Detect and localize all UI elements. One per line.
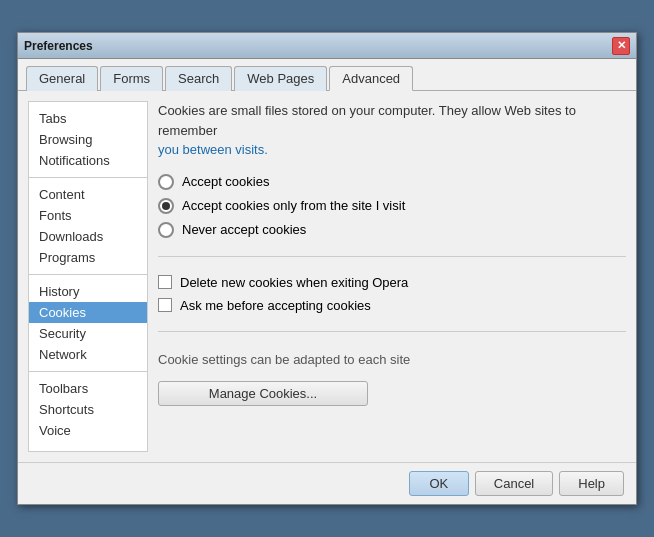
sidebar-item-history[interactable]: History [29, 281, 147, 302]
sidebar-item-network[interactable]: Network [29, 344, 147, 365]
tab-advanced[interactable]: Advanced [329, 66, 413, 91]
sidebar-item-voice[interactable]: Voice [29, 420, 147, 441]
sidebar-section-2: Content Fonts Downloads Programs [29, 184, 147, 268]
sidebar-section-1: Tabs Browsing Notifications [29, 108, 147, 171]
radio-group: Accept cookies Accept cookies only from … [158, 174, 626, 238]
cookie-settings-text: Cookie settings can be adapted to each s… [158, 352, 626, 367]
sidebar-item-cookies[interactable]: Cookies [29, 302, 147, 323]
radio-label-accept-site: Accept cookies only from the site I visi… [182, 198, 405, 213]
ok-button[interactable]: OK [409, 471, 469, 496]
sidebar-divider-3 [29, 371, 147, 372]
sidebar: Tabs Browsing Notifications Content Font… [28, 101, 148, 452]
tab-bar: General Forms Search Web Pages Advanced [18, 59, 636, 91]
cancel-button[interactable]: Cancel [475, 471, 553, 496]
sidebar-item-toolbars[interactable]: Toolbars [29, 378, 147, 399]
radio-accept-site[interactable]: Accept cookies only from the site I visi… [158, 198, 626, 214]
manage-cookies-button[interactable]: Manage Cookies... [158, 381, 368, 406]
sidebar-divider-1 [29, 177, 147, 178]
sidebar-item-content[interactable]: Content [29, 184, 147, 205]
sidebar-item-shortcuts[interactable]: Shortcuts [29, 399, 147, 420]
sidebar-item-tabs[interactable]: Tabs [29, 108, 147, 129]
sidebar-item-fonts[interactable]: Fonts [29, 205, 147, 226]
radio-circle-accept-all [158, 174, 174, 190]
sidebar-item-downloads[interactable]: Downloads [29, 226, 147, 247]
separator-1 [158, 256, 626, 257]
tab-forms[interactable]: Forms [100, 66, 163, 91]
sidebar-item-browsing[interactable]: Browsing [29, 129, 147, 150]
description-line1: Cookies are small files stored on your c… [158, 103, 576, 138]
sidebar-divider-2 [29, 274, 147, 275]
title-bar: Preferences ✕ [18, 33, 636, 59]
radio-circle-accept-site [158, 198, 174, 214]
main-content: Tabs Browsing Notifications Content Font… [18, 91, 636, 462]
description: Cookies are small files stored on your c… [158, 101, 626, 160]
radio-circle-never [158, 222, 174, 238]
radio-never[interactable]: Never accept cookies [158, 222, 626, 238]
tab-webpages[interactable]: Web Pages [234, 66, 327, 91]
window-title: Preferences [24, 39, 93, 53]
sidebar-item-programs[interactable]: Programs [29, 247, 147, 268]
sidebar-section-3: History Cookies Security Network [29, 281, 147, 365]
checkbox-label-ask: Ask me before accepting cookies [180, 298, 371, 313]
radio-label-accept-all: Accept cookies [182, 174, 269, 189]
checkbox-box-ask [158, 298, 172, 312]
sidebar-item-notifications[interactable]: Notifications [29, 150, 147, 171]
checkbox-delete-on-exit[interactable]: Delete new cookies when exiting Opera [158, 275, 626, 290]
bottom-bar: OK Cancel Help [18, 462, 636, 504]
sidebar-item-security[interactable]: Security [29, 323, 147, 344]
description-line2: you between visits. [158, 142, 268, 157]
separator-2 [158, 331, 626, 332]
content-area: Cookies are small files stored on your c… [158, 101, 626, 452]
checkbox-group: Delete new cookies when exiting Opera As… [158, 275, 626, 313]
preferences-window: Preferences ✕ General Forms Search Web P… [17, 32, 637, 505]
checkbox-label-delete: Delete new cookies when exiting Opera [180, 275, 408, 290]
checkbox-ask-before[interactable]: Ask me before accepting cookies [158, 298, 626, 313]
radio-label-never: Never accept cookies [182, 222, 306, 237]
sidebar-section-4: Toolbars Shortcuts Voice [29, 378, 147, 441]
radio-accept-all[interactable]: Accept cookies [158, 174, 626, 190]
help-button[interactable]: Help [559, 471, 624, 496]
tab-search[interactable]: Search [165, 66, 232, 91]
close-button[interactable]: ✕ [612, 37, 630, 55]
tab-general[interactable]: General [26, 66, 98, 91]
checkbox-box-delete [158, 275, 172, 289]
